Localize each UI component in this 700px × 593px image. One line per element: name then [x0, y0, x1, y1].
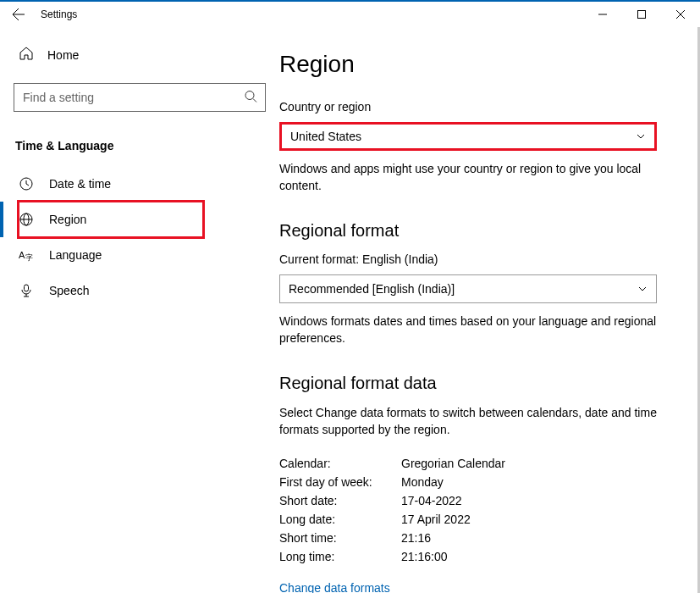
- clock-icon: [19, 176, 34, 191]
- globe-icon: [19, 212, 34, 227]
- category-title: Time & Language: [14, 132, 266, 166]
- content-area: Region Country or region United States W…: [279, 27, 700, 593]
- table-row: First day of week:Monday: [279, 473, 668, 491]
- search-input[interactable]: [14, 83, 266, 112]
- table-row: Short date:17-04-2022: [279, 491, 668, 510]
- table-row: Long date:17 April 2022: [279, 510, 668, 529]
- close-icon: [676, 10, 685, 19]
- page-title: Region: [279, 51, 668, 78]
- search-wrap: [14, 83, 266, 112]
- sidebar-item-label: Language: [49, 248, 102, 262]
- sidebar-item-datetime[interactable]: Date & time: [14, 166, 266, 202]
- table-row: Long time:21:16:00: [279, 547, 668, 566]
- sidebar-item-label: Region: [49, 213, 86, 226]
- sidebar-item-label: Date & time: [49, 177, 111, 191]
- back-button[interactable]: [0, 8, 37, 21]
- arrow-left-icon: [12, 8, 25, 21]
- maximize-icon: [637, 10, 646, 19]
- sidebar-item-language[interactable]: A字 Language: [14, 237, 266, 273]
- format-data-table: Calendar:Gregorian Calendar First day of…: [279, 454, 668, 566]
- sidebar-item-speech[interactable]: Speech: [14, 273, 266, 308]
- home-label: Home: [47, 48, 79, 62]
- minimize-button[interactable]: [583, 2, 622, 27]
- country-description: Windows and apps might use your country …: [279, 161, 669, 194]
- chevron-down-icon: [637, 284, 648, 294]
- active-indicator: [0, 202, 3, 237]
- change-data-formats-link[interactable]: Change data formats: [279, 581, 390, 593]
- language-icon: A字: [19, 247, 34, 263]
- chevron-down-icon: [636, 131, 646, 141]
- country-label: Country or region: [279, 100, 668, 114]
- titlebar: Settings: [0, 0, 700, 27]
- format-dropdown[interactable]: Recommended [English (India)]: [279, 274, 657, 303]
- format-description: Windows formats dates and times based on…: [279, 313, 669, 346]
- close-button[interactable]: [661, 2, 700, 27]
- format-data-heading: Regional format data: [279, 374, 668, 393]
- minimize-icon: [598, 10, 607, 19]
- window-title: Settings: [37, 8, 77, 20]
- sidebar: Home Time & Language Date & time Region: [0, 27, 279, 593]
- sidebar-item-region[interactable]: Region: [14, 202, 266, 237]
- country-dropdown[interactable]: United States: [279, 122, 657, 151]
- search-icon: [244, 90, 257, 106]
- current-format-label: Current format: English (India): [279, 252, 668, 266]
- svg-rect-1: [638, 11, 646, 19]
- svg-text:A: A: [19, 250, 25, 260]
- microphone-icon: [19, 283, 34, 298]
- svg-point-2: [245, 91, 254, 100]
- highlight-box: [17, 200, 205, 239]
- home-button[interactable]: Home: [14, 37, 266, 73]
- sidebar-item-label: Speech: [49, 284, 89, 297]
- svg-line-3: [253, 99, 256, 103]
- svg-text:字: 字: [25, 253, 33, 262]
- svg-rect-10: [25, 285, 29, 291]
- table-row: Calendar:Gregorian Calendar: [279, 454, 668, 473]
- home-icon: [19, 46, 34, 64]
- table-row: Short time:21:16: [279, 529, 668, 547]
- regional-format-heading: Regional format: [279, 221, 668, 241]
- maximize-button[interactable]: [622, 2, 661, 27]
- format-value: Recommended [English (India)]: [289, 282, 455, 296]
- country-value: United States: [290, 130, 361, 143]
- format-data-description: Select Change data formats to switch bet…: [279, 405, 669, 438]
